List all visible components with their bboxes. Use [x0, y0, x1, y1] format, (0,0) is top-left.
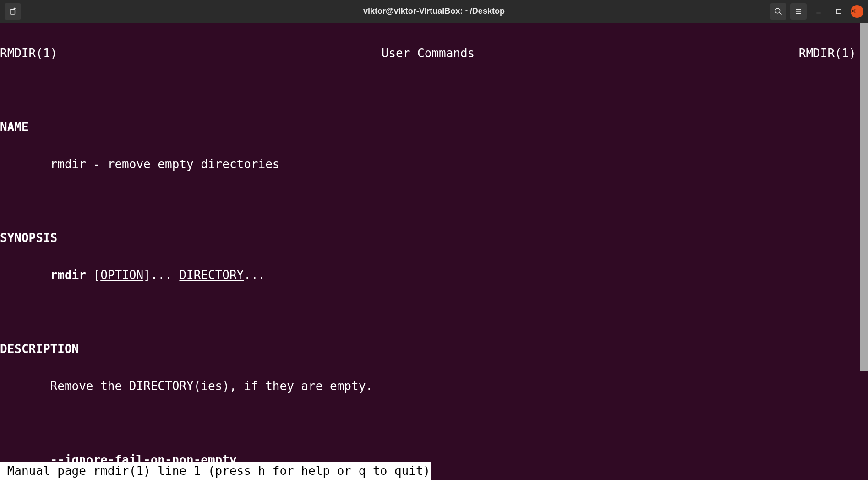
- search-button[interactable]: [770, 3, 786, 20]
- synopsis-body: rmdir [OPTION]... DIRECTORY...: [0, 266, 859, 284]
- man-header-left: RMDIR(1): [0, 44, 57, 62]
- man-page-content: RMDIR(1)User CommandsRMDIR(1) NAME rmdir…: [0, 26, 859, 480]
- name-body: rmdir - remove empty directories: [0, 155, 859, 173]
- close-button[interactable]: [851, 5, 863, 18]
- section-name-heading: NAME: [0, 118, 859, 136]
- window-titlebar: viktor@viktor-VirtualBox: ~/Desktop: [0, 0, 868, 23]
- svg-rect-9: [836, 9, 841, 13]
- window-title: viktor@viktor-VirtualBox: ~/Desktop: [0, 5, 868, 18]
- section-synopsis-heading: SYNOPSIS: [0, 229, 859, 247]
- scrollbar-thumb[interactable]: [860, 23, 868, 371]
- menu-button[interactable]: [790, 3, 807, 20]
- svg-line-4: [779, 12, 781, 15]
- man-header-row: RMDIR(1)User CommandsRMDIR(1): [0, 44, 859, 62]
- maximize-button[interactable]: [830, 3, 847, 20]
- man-header-center: User Commands: [382, 44, 475, 62]
- man-header-right: RMDIR(1): [799, 44, 856, 62]
- section-description-heading: DESCRIPTION: [0, 340, 859, 358]
- svg-rect-0: [10, 10, 15, 15]
- minimize-button[interactable]: [810, 3, 827, 20]
- svg-point-3: [775, 8, 780, 13]
- description-intro: Remove the DIRECTORY(ies), if they are e…: [0, 377, 859, 395]
- terminal-area[interactable]: RMDIR(1)User CommandsRMDIR(1) NAME rmdir…: [0, 23, 868, 480]
- man-status-line: Manual page rmdir(1) line 1 (press h for…: [0, 462, 431, 480]
- new-tab-button[interactable]: [5, 3, 21, 20]
